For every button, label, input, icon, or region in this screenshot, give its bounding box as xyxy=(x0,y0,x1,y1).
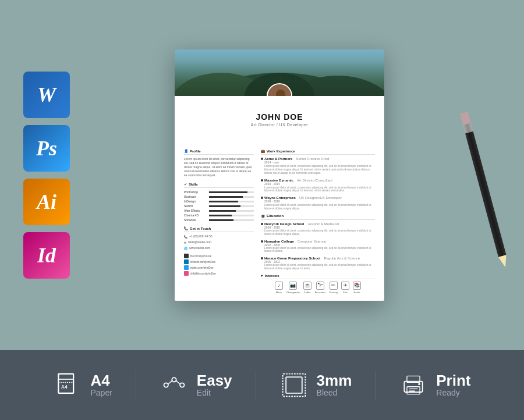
bleed-text: 3mm Bleed xyxy=(317,373,352,397)
resume-left-column: 👤 Profile Lorem ipsum dolor sit amet, co… xyxy=(184,149,254,294)
svg-point-14 xyxy=(164,383,168,387)
education-section: 🎓 Education Newyork Design School Graphi… xyxy=(261,214,375,270)
resume-document: JOHN DOE Art Director / UX Developer 👤 P… xyxy=(175,49,384,301)
illustrator-icon: Ai xyxy=(23,179,70,225)
svg-rect-22 xyxy=(407,387,420,394)
skills-section: ✓ Skills Photoshop Illustrator xyxy=(184,182,254,222)
interest-coffee: ☕ Coffee xyxy=(303,282,311,294)
feature-a4: A4 A4 Paper xyxy=(30,371,136,400)
bleed-icon xyxy=(279,371,309,400)
interests-icon: ♥ xyxy=(261,274,263,277)
education-icon: 🎓 xyxy=(261,214,265,218)
svg-point-16 xyxy=(172,378,176,382)
svg-rect-10 xyxy=(59,374,74,393)
interests-section: ♥ Interests ♪ Music 📷 Photography xyxy=(261,274,375,294)
work-entry-3: Wayne Enterprises UX Designer/UX Develop… xyxy=(261,196,375,211)
skills-list: Photoshop Illustrator InDesign Sket xyxy=(184,190,254,222)
svg-line-18 xyxy=(176,381,180,385)
social-facebook: fb.com/in/johnDoe xyxy=(184,254,254,258)
social-linkedin: linkedin.com/johnDoe xyxy=(184,259,254,264)
profile-avatar xyxy=(267,83,292,96)
pencil-decoration xyxy=(460,112,510,271)
contact-phone: 📞 +1 (00) 000 44 55 xyxy=(184,234,254,239)
software-icons-panel: W Ps Ai Id xyxy=(23,72,70,279)
a4-icon: A4 xyxy=(53,371,82,400)
a4-text: A4 Paper xyxy=(90,373,112,397)
interest-binoculars: 🔭 Binoculars xyxy=(315,282,326,294)
work-section: 💼 Work Experience Acme & Partners Senior… xyxy=(261,149,375,211)
photoshop-icon: Ps xyxy=(23,125,70,172)
skill-illustrator: Illustrator xyxy=(184,195,254,198)
resume-job-title: Art Director / UX Developer xyxy=(175,123,384,127)
contact-title: 📞 Get in Touch xyxy=(184,226,254,232)
resume-header-landscape xyxy=(175,49,384,96)
interest-photography: 📷 Photography xyxy=(286,282,300,294)
interests-list: ♪ Music 📷 Photography ☕ Coffee 🔭 xyxy=(261,282,375,294)
skill-indesign: InDesign xyxy=(184,200,254,203)
profile-title: 👤 Profile xyxy=(184,149,254,155)
resume-name: JOHN DOE xyxy=(175,96,384,123)
work-entry-1: Acme & Partners Senior Creative Chief 20… xyxy=(261,157,375,175)
profile-section: 👤 Profile Lorem ipsum dolor sit amet, co… xyxy=(184,149,254,177)
social-twitter: twitter.com/johnDoe xyxy=(184,265,254,270)
social-section: fb.com/in/johnDoe linkedin.com/johnDoe t… xyxy=(184,254,254,276)
edu-entry-2: Hampden College Computer Science 2002 - … xyxy=(261,240,375,254)
interest-drawing: ✏ Drawing xyxy=(329,282,338,294)
work-entry-2: Massive Dynamic Art Director/Consultant … xyxy=(261,179,375,193)
skill-cinema4d: Cinema 4D xyxy=(184,213,254,217)
resume-name-section: JOHN DOE Art Director / UX Developer xyxy=(175,96,384,127)
contact-icon: 📞 xyxy=(184,226,188,230)
skills-title: ✓ Skills xyxy=(184,182,254,188)
feature-edit: Easy Edit xyxy=(136,371,256,400)
skill-showreel: Showreel xyxy=(184,218,254,222)
svg-text:A4: A4 xyxy=(61,385,68,390)
interest-pets: ✈ Pets xyxy=(341,282,349,294)
main-area: W Ps Ai Id xyxy=(0,0,524,350)
contact-website: 🌐 www.studio.com xyxy=(184,246,254,250)
features-bar: A4 A4 Paper Easy Edit xyxy=(0,350,524,420)
resume-body: 👤 Profile Lorem ipsum dolor sit amet, co… xyxy=(175,131,384,301)
svg-line-17 xyxy=(168,381,172,385)
indesign-icon: Id xyxy=(23,232,70,279)
work-title: 💼 Work Experience xyxy=(261,149,375,155)
print-text: Print Ready xyxy=(436,373,470,397)
edu-entry-1: Newyork Design School Graphic & Media Ar… xyxy=(261,222,375,236)
education-title: 🎓 Education xyxy=(261,214,375,220)
skill-aftereffects: After Effects xyxy=(184,209,254,212)
profile-icon: 👤 xyxy=(184,149,188,153)
interest-music: ♪ Music xyxy=(275,282,283,294)
feature-bleed: 3mm Bleed xyxy=(256,371,376,400)
skills-icon: ✓ xyxy=(184,182,187,186)
profile-text: Lorem ipsum dolor sit amet, consectetur … xyxy=(184,157,254,177)
skill-photoshop: Photoshop xyxy=(184,190,254,194)
svg-point-15 xyxy=(180,383,184,387)
word-icon: W xyxy=(23,72,70,118)
interest-books: 📚 Books xyxy=(353,282,361,294)
edu-entry-3: Horace Green Preparatory School Regular … xyxy=(261,257,375,270)
interests-title: ♥ Interests xyxy=(261,274,375,279)
contact-email: ✉ hello@studio.com xyxy=(184,240,254,244)
edit-text: Easy Edit xyxy=(197,373,232,397)
skill-sketch: Sketch xyxy=(184,204,254,208)
svg-point-4 xyxy=(279,76,384,96)
svg-point-26 xyxy=(419,383,421,385)
social-dribbble: dribbble.com/johnDoe xyxy=(184,271,254,276)
svg-rect-20 xyxy=(286,377,302,393)
feature-print: Print Ready xyxy=(376,371,494,400)
svg-point-3 xyxy=(175,73,274,96)
work-icon: 💼 xyxy=(261,149,265,153)
resume-right-column: 💼 Work Experience Acme & Partners Senior… xyxy=(261,149,375,294)
edit-icon xyxy=(160,371,189,400)
print-icon xyxy=(399,371,428,400)
contact-section: 📞 Get in Touch 📞 +1 (00) 000 44 55 ✉ hel… xyxy=(184,226,254,250)
